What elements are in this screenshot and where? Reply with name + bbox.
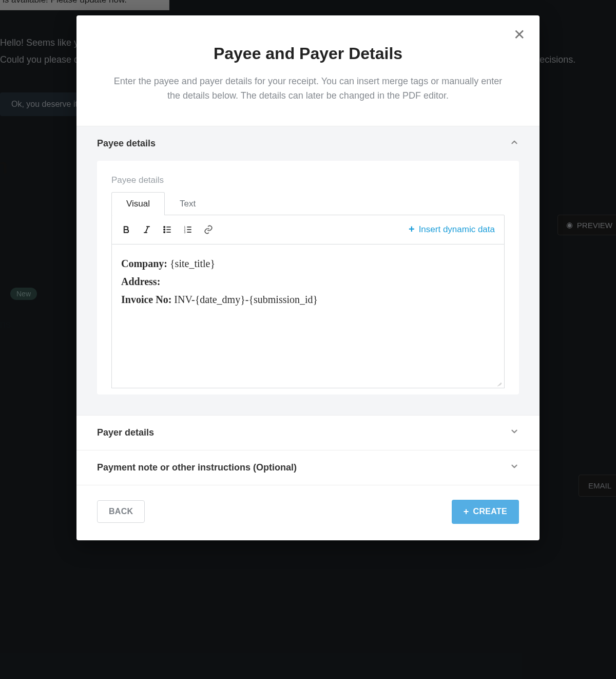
svg-text:3: 3: [184, 230, 186, 233]
accordion-payee: Payee details Payee details Visual Text: [76, 126, 540, 416]
accordion-payer: Payer details: [76, 416, 540, 450]
editor-format-tools: 123: [117, 220, 218, 239]
svg-point-4: [164, 229, 165, 231]
plus-icon: +: [464, 506, 469, 517]
chevron-down-icon: [510, 462, 519, 474]
italic-icon: [142, 224, 152, 235]
link-icon: [203, 224, 214, 235]
accordion-payer-header[interactable]: Payer details: [76, 416, 540, 450]
accordion-payment-note-label: Payment note or other instructions (Opti…: [97, 462, 297, 473]
svg-line-0: [146, 227, 148, 233]
back-button[interactable]: BACK: [97, 500, 145, 523]
bullet-list-button[interactable]: [158, 220, 177, 239]
accordion-payment-note: Payment note or other instructions (Opti…: [76, 450, 540, 485]
italic-button[interactable]: [138, 220, 156, 239]
svg-point-5: [164, 232, 165, 233]
address-label: Address:: [121, 276, 160, 287]
chevron-up-icon: [510, 138, 519, 149]
close-icon[interactable]: ✕: [513, 28, 525, 42]
accordion-payee-label: Payee details: [97, 138, 156, 149]
bold-button[interactable]: [117, 220, 136, 239]
create-button[interactable]: + CREATE: [452, 500, 519, 524]
tab-text[interactable]: Text: [165, 192, 210, 215]
payee-payer-modal: ✕ Payee and Payer Details Enter the paye…: [76, 15, 540, 540]
accordion-payee-body: Payee details Visual Text: [76, 161, 540, 415]
editor-tabs: Visual Text: [111, 192, 505, 215]
insert-dynamic-data-label: Insert dynamic data: [419, 224, 495, 235]
accordion-payment-note-header[interactable]: Payment note or other instructions (Opti…: [76, 450, 540, 485]
numbered-list-button[interactable]: 123: [179, 220, 197, 239]
svg-point-3: [164, 227, 165, 228]
invoice-label: Invoice No:: [121, 294, 171, 305]
plus-icon: +: [409, 223, 415, 235]
company-label: Company:: [121, 258, 167, 269]
numbered-list-icon: 123: [183, 224, 193, 235]
modal-footer: BACK + CREATE: [76, 485, 540, 540]
payee-editor-content[interactable]: Company: {site_title} Address: Invoice N…: [111, 244, 505, 388]
invoice-value: INV-{date_dmy}-{submission_id}: [174, 294, 318, 305]
payee-editor-card: Payee details Visual Text: [97, 161, 519, 394]
payee-field-label: Payee details: [111, 175, 505, 185]
bold-icon: [121, 224, 131, 235]
insert-dynamic-data[interactable]: + Insert dynamic data: [409, 223, 495, 235]
chevron-down-icon: [510, 427, 519, 439]
editor-toolbar: 123 + Insert dynamic data: [111, 215, 505, 244]
resize-handle-icon[interactable]: [496, 380, 502, 386]
modal-subtitle: Enter the payee and payer details for yo…: [108, 74, 508, 103]
modal-header: ✕ Payee and Payer Details Enter the paye…: [76, 15, 540, 126]
tab-visual[interactable]: Visual: [111, 192, 165, 215]
modal-title: Payee and Payer Details: [99, 44, 517, 63]
link-button[interactable]: [199, 220, 218, 239]
bullet-list-icon: [162, 224, 172, 235]
accordion-payer-label: Payer details: [97, 427, 154, 438]
company-value: {site_title}: [170, 258, 215, 269]
accordion-payee-header[interactable]: Payee details: [76, 126, 540, 161]
create-button-label: CREATE: [473, 507, 507, 516]
